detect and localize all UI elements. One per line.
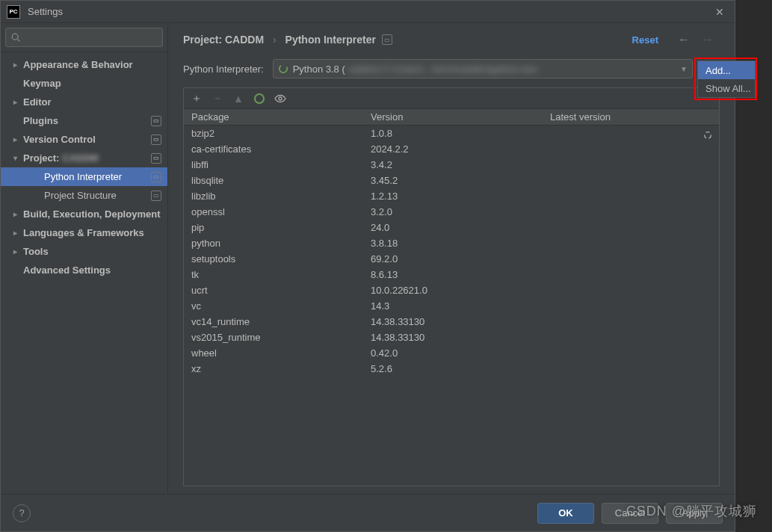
package-row[interactable]: setuptools69.2.0 [184,251,719,267]
remove-package-button[interactable]: － [209,90,226,107]
package-row[interactable]: vc14_runtime14.38.33130 [184,314,719,330]
packages-header: Package Version Latest version [184,109,719,126]
settings-dialog: PC Settings ✕ Appearance & BehaviorKeyma… [0,0,735,532]
main-panel: Project: CADDM › Python Interpreter ▭ Re… [168,23,735,494]
svg-point-4 [279,97,282,100]
titlebar: PC Settings ✕ [1,1,735,23]
sidebar-item-plugins[interactable]: Plugins▭ [1,111,167,130]
sidebar-item-label: Plugins [23,115,151,126]
sidebar-item-appearance-behavior[interactable]: Appearance & Behavior [1,55,167,74]
ok-button[interactable]: OK [537,503,594,524]
package-row[interactable]: wheel0.42.0 [184,345,719,361]
chevron-icon [10,210,20,218]
help-button[interactable]: ? [13,504,31,522]
pycharm-icon: PC [7,5,20,19]
sidebar-item-label: Editor [23,96,161,108]
sidebar-item-label: Keymap [23,78,161,89]
sidebar-item-label: Project: CADDM [23,152,151,164]
sidebar-item-label: Advanced Settings [23,265,161,276]
sidebar-item-languages-frameworks[interactable]: Languages & Frameworks [1,223,167,242]
sidebar-item-tools[interactable]: Tools [1,242,167,261]
search-icon [10,32,21,43]
svg-point-2 [279,65,287,73]
sidebar-item-label: Build, Execution, Deployment [23,208,161,220]
project-scope-badge: ▭ [151,116,161,126]
sidebar-item-label: Tools [23,246,161,257]
upgrade-package-button[interactable]: ▲ [230,90,247,107]
svg-line-1 [18,40,20,42]
sidebar-item-python-interpreter[interactable]: Python Interpreter▭ [1,167,167,186]
project-scope-badge: ▭ [151,191,161,201]
interpreter-menu: Add... Show All... [697,61,756,98]
package-row[interactable]: libffi3.4.2 [184,157,719,173]
sidebar-item-version-control[interactable]: Version Control▭ [1,130,167,149]
sidebar: Appearance & BehaviorKeymapEditorPlugins… [1,23,168,494]
window-title: Settings [28,6,63,17]
package-row[interactable]: openssl3.2.0 [184,204,719,220]
svg-point-5 [705,132,711,139]
packages-list[interactable]: bzip21.0.8ca-certificates2024.2.2libffi3… [184,126,719,486]
chevron-icon [10,135,20,143]
dialog-footer: ? OK Cancel Apply [1,494,735,531]
sidebar-item-project[interactable]: Project: CADDM▭ [1,149,167,167]
sidebar-item-label: Version Control [23,134,151,145]
package-row[interactable]: libsqlite3.45.2 [184,173,719,188]
settings-tree: Appearance & BehaviorKeymapEditorPlugins… [1,52,167,494]
sidebar-item-project-structure[interactable]: Project Structure▭ [1,186,167,205]
package-row[interactable]: libzlib1.2.13 [184,188,719,204]
interpreter-combo[interactable]: Python 3.8 ( caddm) C:\Users\...\envs\ca… [273,59,693,78]
package-row[interactable]: tk8.6.13 [184,267,719,282]
svg-point-3 [255,94,264,103]
package-row[interactable]: xz5.2.6 [184,361,719,377]
eye-icon [274,93,286,105]
add-package-button[interactable]: ＋ [188,90,205,107]
sidebar-item-label: Languages & Frameworks [23,227,161,238]
spinner-icon [278,64,288,74]
project-scope-badge: ▭ [151,172,161,182]
project-scope-badge: ▭ [151,153,161,164]
package-row[interactable]: vs2015_runtime14.38.33130 [184,330,719,345]
svg-point-0 [12,34,18,40]
chevron-icon [10,247,20,256]
chevron-down-icon: ▼ [680,65,688,73]
package-row[interactable]: ca-certificates2024.2.2 [184,141,719,157]
chevron-icon [10,229,20,237]
menu-show-all[interactable]: Show All... [698,79,755,97]
search-input[interactable] [5,28,163,47]
sidebar-item-keymap[interactable]: Keymap [1,74,167,93]
sidebar-item-label: Project Structure [44,190,151,201]
packages-panel: ＋ － ▲ Package Version Latest version [183,87,720,486]
sidebar-item-editor[interactable]: Editor [1,93,167,111]
cancel-button[interactable]: Cancel [602,503,658,524]
chevron-icon [10,98,20,106]
sidebar-item-label: Appearance & Behavior [23,59,161,70]
menu-add-interpreter[interactable]: Add... [698,61,755,79]
package-row[interactable]: bzip21.0.8 [184,126,719,141]
show-early-releases-button[interactable] [272,90,288,107]
apply-button[interactable]: Apply [666,503,723,524]
conda-toggle-button[interactable] [251,90,268,107]
chevron-icon [10,154,20,162]
reset-button[interactable]: Reset [632,34,658,46]
breadcrumb: Project: CADDM › Python Interpreter [183,34,376,46]
close-icon[interactable]: ✕ [711,6,729,18]
chevron-icon [10,61,20,69]
loading-spinner-icon [702,130,713,140]
project-scope-badge: ▭ [151,134,161,145]
package-row[interactable]: vc14.3 [184,298,719,314]
package-row[interactable]: python3.8.18 [184,235,719,251]
package-row[interactable]: ucrt10.0.22621.0 [184,282,719,298]
interpreter-label: Python Interpreter: [183,64,264,75]
sidebar-item-build-execution-deployment[interactable]: Build, Execution, Deployment [1,205,167,223]
back-button[interactable]: ← [672,33,696,46]
sidebar-item-label: Python Interpreter [44,171,151,182]
sidebar-item-advanced-settings[interactable]: Advanced Settings [1,261,167,279]
forward-button[interactable]: → [696,33,720,46]
project-scope-badge: ▭ [382,34,392,45]
package-row[interactable]: pip24.0 [184,220,719,235]
